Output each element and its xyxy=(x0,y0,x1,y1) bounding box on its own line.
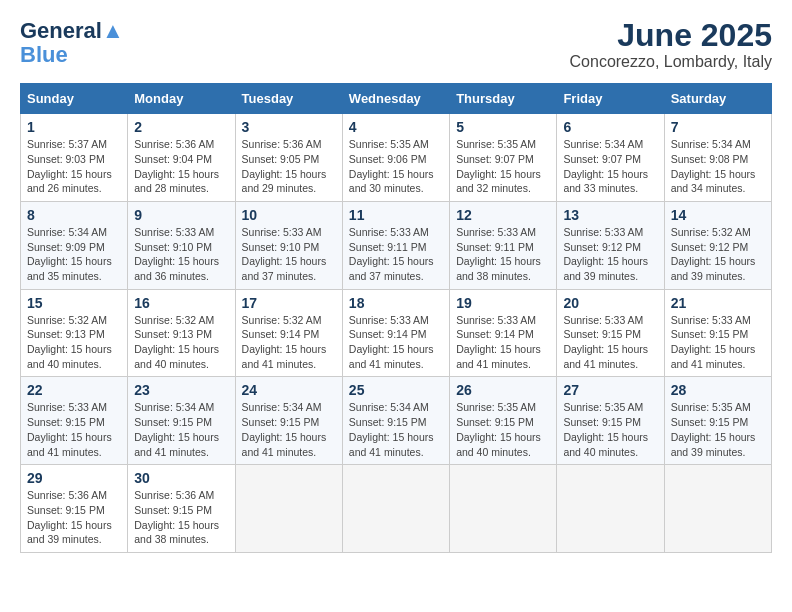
day-info: Sunrise: 5:35 AMSunset: 9:07 PMDaylight:… xyxy=(456,138,541,194)
calendar-cell: 23 Sunrise: 5:34 AMSunset: 9:15 PMDaylig… xyxy=(128,377,235,465)
col-friday: Friday xyxy=(557,84,664,114)
day-number: 17 xyxy=(242,295,336,311)
day-number: 8 xyxy=(27,207,121,223)
calendar-week-row: 8 Sunrise: 5:34 AMSunset: 9:09 PMDayligh… xyxy=(21,201,772,289)
day-info: Sunrise: 5:32 AMSunset: 9:12 PMDaylight:… xyxy=(671,226,756,282)
calendar-cell: 15 Sunrise: 5:32 AMSunset: 9:13 PMDaylig… xyxy=(21,289,128,377)
calendar-cell: 30 Sunrise: 5:36 AMSunset: 9:15 PMDaylig… xyxy=(128,465,235,553)
day-number: 2 xyxy=(134,119,228,135)
calendar-cell: 12 Sunrise: 5:33 AMSunset: 9:11 PMDaylig… xyxy=(450,201,557,289)
header: General▲ Blue June 2025 Concorezzo, Lomb… xyxy=(20,18,772,71)
calendar-cell: 21 Sunrise: 5:33 AMSunset: 9:15 PMDaylig… xyxy=(664,289,771,377)
calendar-cell: 24 Sunrise: 5:34 AMSunset: 9:15 PMDaylig… xyxy=(235,377,342,465)
calendar-cell: 4 Sunrise: 5:35 AMSunset: 9:06 PMDayligh… xyxy=(342,114,449,202)
day-info: Sunrise: 5:36 AMSunset: 9:05 PMDaylight:… xyxy=(242,138,327,194)
calendar-cell: 1 Sunrise: 5:37 AMSunset: 9:03 PMDayligh… xyxy=(21,114,128,202)
day-number: 29 xyxy=(27,470,121,486)
calendar-cell: 2 Sunrise: 5:36 AMSunset: 9:04 PMDayligh… xyxy=(128,114,235,202)
calendar-cell: 13 Sunrise: 5:33 AMSunset: 9:12 PMDaylig… xyxy=(557,201,664,289)
calendar-cell: 11 Sunrise: 5:33 AMSunset: 9:11 PMDaylig… xyxy=(342,201,449,289)
day-info: Sunrise: 5:35 AMSunset: 9:06 PMDaylight:… xyxy=(349,138,434,194)
month-title: June 2025 xyxy=(570,18,772,53)
location-title: Concorezzo, Lombardy, Italy xyxy=(570,53,772,71)
day-number: 26 xyxy=(456,382,550,398)
calendar-cell: 6 Sunrise: 5:34 AMSunset: 9:07 PMDayligh… xyxy=(557,114,664,202)
calendar-cell: 10 Sunrise: 5:33 AMSunset: 9:10 PMDaylig… xyxy=(235,201,342,289)
day-info: Sunrise: 5:33 AMSunset: 9:10 PMDaylight:… xyxy=(134,226,219,282)
calendar-cell: 28 Sunrise: 5:35 AMSunset: 9:15 PMDaylig… xyxy=(664,377,771,465)
day-info: Sunrise: 5:34 AMSunset: 9:15 PMDaylight:… xyxy=(242,401,327,457)
day-number: 20 xyxy=(563,295,657,311)
day-info: Sunrise: 5:35 AMSunset: 9:15 PMDaylight:… xyxy=(456,401,541,457)
calendar-table: Sunday Monday Tuesday Wednesday Thursday… xyxy=(20,83,772,553)
day-info: Sunrise: 5:33 AMSunset: 9:15 PMDaylight:… xyxy=(671,314,756,370)
day-number: 28 xyxy=(671,382,765,398)
calendar-cell: 3 Sunrise: 5:36 AMSunset: 9:05 PMDayligh… xyxy=(235,114,342,202)
calendar-cell xyxy=(557,465,664,553)
calendar-cell: 7 Sunrise: 5:34 AMSunset: 9:08 PMDayligh… xyxy=(664,114,771,202)
col-wednesday: Wednesday xyxy=(342,84,449,114)
calendar-cell: 27 Sunrise: 5:35 AMSunset: 9:15 PMDaylig… xyxy=(557,377,664,465)
day-info: Sunrise: 5:33 AMSunset: 9:15 PMDaylight:… xyxy=(563,314,648,370)
day-number: 10 xyxy=(242,207,336,223)
calendar-cell: 20 Sunrise: 5:33 AMSunset: 9:15 PMDaylig… xyxy=(557,289,664,377)
day-number: 3 xyxy=(242,119,336,135)
col-monday: Monday xyxy=(128,84,235,114)
day-info: Sunrise: 5:33 AMSunset: 9:11 PMDaylight:… xyxy=(456,226,541,282)
day-number: 18 xyxy=(349,295,443,311)
day-info: Sunrise: 5:32 AMSunset: 9:13 PMDaylight:… xyxy=(27,314,112,370)
day-info: Sunrise: 5:33 AMSunset: 9:15 PMDaylight:… xyxy=(27,401,112,457)
day-info: Sunrise: 5:34 AMSunset: 9:15 PMDaylight:… xyxy=(134,401,219,457)
day-number: 1 xyxy=(27,119,121,135)
day-number: 23 xyxy=(134,382,228,398)
calendar-week-row: 22 Sunrise: 5:33 AMSunset: 9:15 PMDaylig… xyxy=(21,377,772,465)
day-info: Sunrise: 5:35 AMSunset: 9:15 PMDaylight:… xyxy=(671,401,756,457)
day-number: 13 xyxy=(563,207,657,223)
day-info: Sunrise: 5:37 AMSunset: 9:03 PMDaylight:… xyxy=(27,138,112,194)
day-number: 4 xyxy=(349,119,443,135)
calendar-cell: 9 Sunrise: 5:33 AMSunset: 9:10 PMDayligh… xyxy=(128,201,235,289)
day-number: 6 xyxy=(563,119,657,135)
day-info: Sunrise: 5:34 AMSunset: 9:09 PMDaylight:… xyxy=(27,226,112,282)
day-number: 12 xyxy=(456,207,550,223)
calendar-cell: 26 Sunrise: 5:35 AMSunset: 9:15 PMDaylig… xyxy=(450,377,557,465)
col-thursday: Thursday xyxy=(450,84,557,114)
calendar-week-row: 29 Sunrise: 5:36 AMSunset: 9:15 PMDaylig… xyxy=(21,465,772,553)
day-info: Sunrise: 5:33 AMSunset: 9:10 PMDaylight:… xyxy=(242,226,327,282)
calendar-week-row: 15 Sunrise: 5:32 AMSunset: 9:13 PMDaylig… xyxy=(21,289,772,377)
day-info: Sunrise: 5:32 AMSunset: 9:14 PMDaylight:… xyxy=(242,314,327,370)
logo-text: General▲ xyxy=(20,18,124,44)
calendar-cell: 14 Sunrise: 5:32 AMSunset: 9:12 PMDaylig… xyxy=(664,201,771,289)
calendar-cell xyxy=(342,465,449,553)
day-info: Sunrise: 5:33 AMSunset: 9:12 PMDaylight:… xyxy=(563,226,648,282)
calendar-cell: 18 Sunrise: 5:33 AMSunset: 9:14 PMDaylig… xyxy=(342,289,449,377)
day-info: Sunrise: 5:33 AMSunset: 9:14 PMDaylight:… xyxy=(349,314,434,370)
day-number: 19 xyxy=(456,295,550,311)
calendar-cell: 8 Sunrise: 5:34 AMSunset: 9:09 PMDayligh… xyxy=(21,201,128,289)
day-info: Sunrise: 5:36 AMSunset: 9:04 PMDaylight:… xyxy=(134,138,219,194)
logo: General▲ Blue xyxy=(20,18,124,66)
day-number: 15 xyxy=(27,295,121,311)
calendar-cell: 22 Sunrise: 5:33 AMSunset: 9:15 PMDaylig… xyxy=(21,377,128,465)
day-number: 9 xyxy=(134,207,228,223)
day-number: 11 xyxy=(349,207,443,223)
day-info: Sunrise: 5:34 AMSunset: 9:07 PMDaylight:… xyxy=(563,138,648,194)
calendar-week-row: 1 Sunrise: 5:37 AMSunset: 9:03 PMDayligh… xyxy=(21,114,772,202)
day-number: 5 xyxy=(456,119,550,135)
col-saturday: Saturday xyxy=(664,84,771,114)
page: General▲ Blue June 2025 Concorezzo, Lomb… xyxy=(0,0,792,612)
calendar-cell: 19 Sunrise: 5:33 AMSunset: 9:14 PMDaylig… xyxy=(450,289,557,377)
calendar-cell: 5 Sunrise: 5:35 AMSunset: 9:07 PMDayligh… xyxy=(450,114,557,202)
calendar-cell: 25 Sunrise: 5:34 AMSunset: 9:15 PMDaylig… xyxy=(342,377,449,465)
logo-blue-text: Blue xyxy=(20,44,68,66)
day-info: Sunrise: 5:33 AMSunset: 9:11 PMDaylight:… xyxy=(349,226,434,282)
col-sunday: Sunday xyxy=(21,84,128,114)
day-number: 30 xyxy=(134,470,228,486)
day-number: 25 xyxy=(349,382,443,398)
day-number: 22 xyxy=(27,382,121,398)
col-tuesday: Tuesday xyxy=(235,84,342,114)
day-info: Sunrise: 5:36 AMSunset: 9:15 PMDaylight:… xyxy=(134,489,219,545)
day-info: Sunrise: 5:34 AMSunset: 9:08 PMDaylight:… xyxy=(671,138,756,194)
day-number: 27 xyxy=(563,382,657,398)
day-number: 21 xyxy=(671,295,765,311)
